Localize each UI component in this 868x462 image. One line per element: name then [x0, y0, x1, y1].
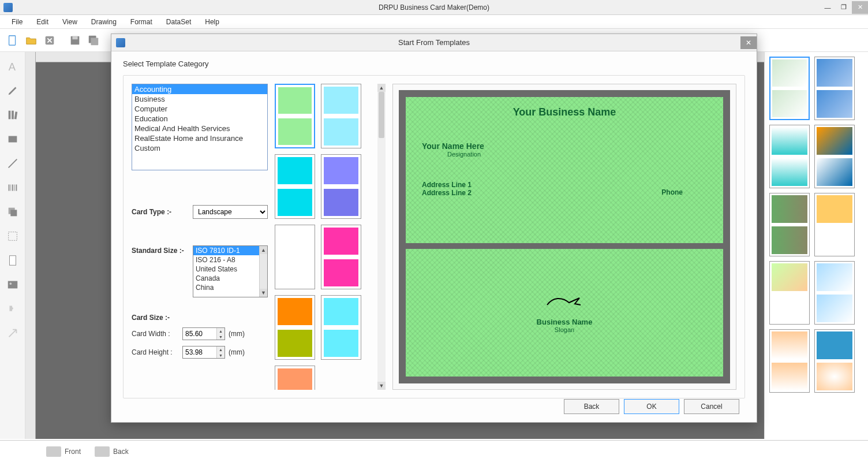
image-tool[interactable]: [4, 276, 21, 293]
template-thumb[interactable]: [275, 225, 315, 289]
template-thumb[interactable]: [321, 225, 361, 289]
svg-rect-0: [9, 35, 16, 45]
category-item-computer[interactable]: Computer: [132, 104, 267, 114]
menu-format[interactable]: Format: [124, 16, 159, 28]
maximize-button[interactable]: ❐: [836, 1, 852, 14]
card-height-spinner[interactable]: 53.98▲▼: [182, 346, 225, 359]
template-thumb[interactable]: [275, 84, 315, 148]
spinner-down-icon[interactable]: ▼: [217, 352, 225, 358]
template-thumb[interactable]: [321, 154, 361, 219]
category-item-education[interactable]: Education: [132, 114, 267, 124]
status-front[interactable]: Front: [46, 446, 81, 457]
menu-view[interactable]: View: [55, 16, 84, 28]
template-thumb[interactable]: [321, 295, 361, 360]
window-title: DRPU Business Card Maker(Demo): [379, 3, 489, 12]
right-template-thumb[interactable]: [769, 261, 810, 325]
menu-help[interactable]: Help: [198, 16, 226, 28]
right-template-thumb[interactable]: [814, 329, 855, 393]
svg-rect-20: [9, 256, 16, 266]
cancel-button[interactable]: Cancel: [684, 399, 739, 414]
card-width-spinner[interactable]: 85.60▲▼: [182, 327, 225, 340]
card-width-value: 85.60: [185, 330, 203, 338]
scroll-down-icon[interactable]: ▼: [260, 289, 267, 297]
line-tool[interactable]: [4, 155, 21, 172]
dialog-title: Start From Templates: [398, 38, 470, 47]
card-type-select[interactable]: Landscape: [193, 205, 268, 219]
status-back[interactable]: Back: [95, 446, 129, 457]
right-template-thumb[interactable]: [769, 193, 810, 256]
status-back-label: Back: [113, 448, 129, 456]
back-button[interactable]: Back: [564, 399, 619, 414]
scroll-up-icon[interactable]: ▲: [377, 84, 386, 92]
arrow-tool[interactable]: [4, 325, 21, 342]
svg-point-22: [9, 282, 12, 285]
save-button[interactable]: [67, 32, 83, 49]
scroll-up-icon[interactable]: ▲: [260, 246, 267, 254]
spinner-down-icon[interactable]: ▼: [217, 334, 225, 340]
svg-rect-7: [8, 111, 10, 120]
signature-icon: [546, 292, 583, 310]
category-list[interactable]: Accounting Business Computer Education M…: [132, 84, 268, 170]
close-button[interactable]: ✕: [852, 1, 868, 14]
app-icon: [3, 3, 13, 12]
width-unit: (mm): [229, 330, 245, 338]
template-thumb[interactable]: [321, 84, 361, 148]
preview-address-1: Address Line 1: [422, 181, 707, 189]
template-thumbnail-grid: [275, 84, 377, 390]
template-thumb[interactable]: [275, 295, 315, 360]
scroll-thumb[interactable]: [379, 92, 384, 138]
menu-dataset[interactable]: DataSet: [159, 16, 198, 28]
card-size-label: Card Size :-: [132, 314, 268, 322]
rectangle-tool[interactable]: [4, 131, 21, 148]
open-file-button[interactable]: [23, 32, 39, 49]
category-item-custom[interactable]: Custom: [132, 143, 267, 153]
spinner-up-icon[interactable]: ▲: [217, 346, 225, 352]
close-file-button[interactable]: [42, 32, 58, 49]
copy-tool[interactable]: [4, 203, 21, 221]
right-template-thumb[interactable]: [769, 125, 810, 188]
save-all-button[interactable]: [85, 32, 102, 49]
menu-file[interactable]: File: [5, 16, 29, 28]
category-item-business[interactable]: Business: [132, 94, 267, 104]
category-item-medical[interactable]: Medical And Health Services: [132, 124, 267, 133]
svg-rect-18: [10, 210, 17, 216]
menu-edit[interactable]: Edit: [29, 16, 55, 28]
spinner-up-icon[interactable]: ▲: [217, 328, 225, 334]
minimize-button[interactable]: —: [820, 1, 836, 14]
template-thumb[interactable]: [275, 154, 315, 219]
category-item-realestate[interactable]: RealEstate Home and Insurance: [132, 133, 267, 143]
left-tool-palette: A: [0, 52, 25, 439]
watermark-tool[interactable]: [4, 228, 21, 245]
category-item-accounting[interactable]: Accounting: [132, 84, 267, 94]
thumbnail-scrollbar[interactable]: ▲ ▼: [377, 84, 386, 390]
right-template-thumb[interactable]: [769, 329, 810, 393]
size-item-canada[interactable]: Canada: [193, 274, 267, 283]
document-tool[interactable]: [4, 252, 21, 269]
right-template-thumb[interactable]: [814, 125, 855, 188]
svg-rect-15: [14, 185, 14, 191]
right-template-thumb[interactable]: [814, 57, 855, 120]
new-file-button[interactable]: [5, 32, 21, 49]
size-list-scrollbar[interactable]: ▲ ▼: [259, 246, 267, 297]
size-item-china[interactable]: China: [193, 283, 267, 292]
scroll-down-icon[interactable]: ▼: [377, 382, 386, 390]
puzzle-tool[interactable]: [4, 300, 21, 318]
menu-drawing[interactable]: Drawing: [84, 16, 124, 28]
dialog-titlebar: Start From Templates ✕: [111, 34, 757, 51]
template-thumb[interactable]: [275, 366, 315, 390]
size-item-us[interactable]: United States: [193, 264, 267, 274]
text-tool[interactable]: A: [4, 58, 21, 75]
size-item-iso216[interactable]: ISO 216 - A8: [193, 255, 267, 264]
pencil-tool[interactable]: [4, 82, 21, 99]
right-template-thumb[interactable]: [814, 193, 855, 256]
ok-button[interactable]: OK: [624, 399, 679, 414]
svg-text:A: A: [8, 61, 16, 73]
standard-size-list[interactable]: ISO 7810 ID-1 ISO 216 - A8 United States…: [193, 245, 268, 297]
size-item-iso7810[interactable]: ISO 7810 ID-1: [193, 246, 267, 255]
right-template-thumb[interactable]: [769, 57, 810, 120]
dialog-close-button[interactable]: ✕: [740, 36, 757, 49]
library-tool[interactable]: [4, 106, 21, 124]
main-window-titlebar: DRPU Business Card Maker(Demo) — ❐ ✕: [0, 0, 868, 15]
barcode-tool[interactable]: [4, 179, 21, 196]
right-template-thumb[interactable]: [814, 261, 855, 325]
